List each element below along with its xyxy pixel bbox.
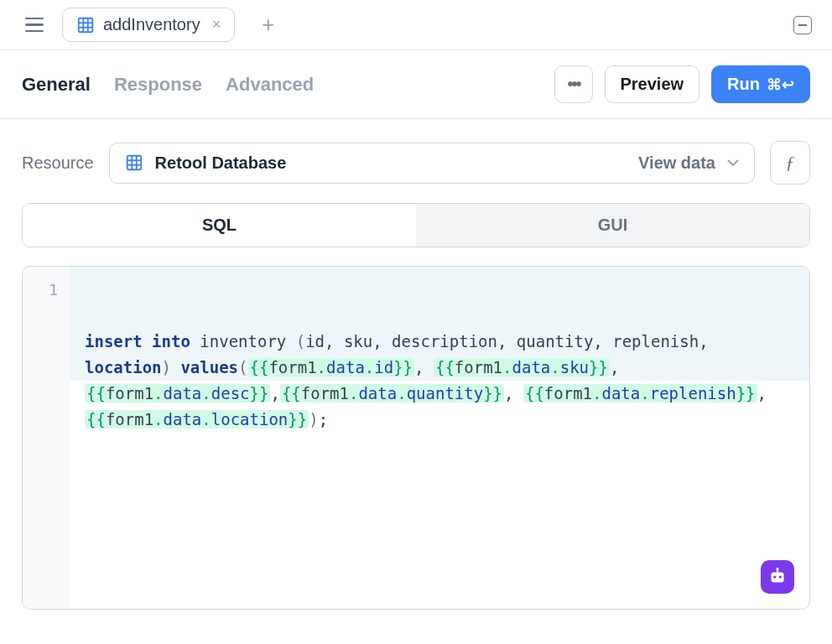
database-icon (125, 153, 143, 172)
tab-label: addInventory (103, 15, 200, 34)
run-shortcut: ⌘↩ (767, 75, 794, 94)
resource-name: Retool Database (155, 153, 287, 173)
line-number: 1 (23, 277, 70, 303)
run-button[interactable]: Run ⌘↩ (711, 65, 810, 103)
database-icon (76, 16, 95, 34)
more-options-button[interactable]: ••• (554, 65, 592, 103)
svg-point-12 (779, 575, 782, 578)
collapse-icon[interactable] (793, 16, 812, 34)
new-tab-button[interactable]: + (255, 8, 281, 41)
chevron-down-icon (727, 159, 739, 166)
resource-row: Resource Retool Database View data ƒ (22, 141, 810, 184)
svg-rect-0 (79, 18, 93, 32)
svg-point-14 (776, 568, 778, 570)
svg-point-11 (773, 575, 776, 578)
editor-gutter: 1 (23, 267, 70, 609)
resource-label: Resource (22, 153, 94, 173)
mode-toggle: SQL GUI (22, 203, 810, 247)
content: Resource Retool Database View data ƒ SQL… (0, 119, 832, 631)
tab-general[interactable]: General (22, 74, 91, 96)
chatbot-icon[interactable] (761, 560, 794, 594)
svg-rect-10 (771, 573, 783, 583)
mode-gui-button[interactable]: GUI (416, 204, 809, 247)
svg-rect-5 (127, 156, 141, 170)
topbar: addInventory × + (0, 0, 832, 50)
code-editor[interactable]: 1 insert into inventory (id, sku, descri… (22, 266, 810, 610)
tab-response[interactable]: Response (114, 74, 202, 96)
resource-select[interactable]: Retool Database View data (109, 143, 755, 184)
menu-icon[interactable] (20, 13, 49, 38)
preview-button[interactable]: Preview (605, 65, 700, 103)
view-data-label: View data (638, 153, 715, 173)
close-tab-button[interactable]: × (212, 16, 221, 34)
run-label: Run (727, 75, 760, 94)
tab-advanced[interactable]: Advanced (226, 74, 314, 96)
subnav: General Response Advanced ••• Preview Ru… (0, 50, 832, 119)
fx-button[interactable]: ƒ (770, 141, 810, 184)
query-tab[interactable]: addInventory × (62, 8, 235, 42)
mode-sql-button[interactable]: SQL (23, 204, 416, 247)
